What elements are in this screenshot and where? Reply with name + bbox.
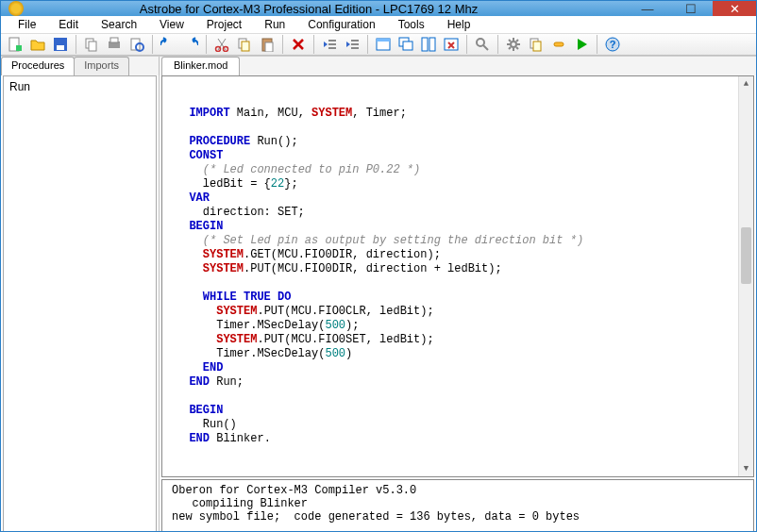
menu-project[interactable]: Project <box>197 16 251 33</box>
code-line: END Run; <box>176 375 753 390</box>
code-line: VAR <box>176 191 753 206</box>
svg-rect-23 <box>377 39 390 42</box>
print-preview-icon[interactable] <box>126 34 147 55</box>
code-line <box>176 276 753 291</box>
outdent-icon[interactable] <box>319 34 340 55</box>
tree-item[interactable]: Run <box>9 80 150 93</box>
open-folder-icon[interactable] <box>27 34 48 55</box>
menu-edit[interactable]: Edit <box>49 16 88 33</box>
scroll-down-icon[interactable]: ▼ <box>739 461 753 476</box>
code-line: SYSTEM.PUT(MCU.FIO0SET, ledBit); <box>176 333 753 347</box>
side-panel: Procedures Imports Run <box>1 57 160 532</box>
code-line: ledBit = {22}; <box>176 177 753 191</box>
save-icon[interactable] <box>50 34 71 55</box>
code-line: IMPORT Main, MCU, SYSTEM, Timer; <box>176 107 753 121</box>
svg-rect-19 <box>351 40 359 42</box>
copy-page-icon[interactable] <box>81 34 102 55</box>
svg-text:?: ? <box>610 39 616 50</box>
undo-icon[interactable] <box>158 34 178 55</box>
menu-view[interactable]: View <box>150 16 193 33</box>
menu-search[interactable]: Search <box>92 16 146 33</box>
svg-rect-7 <box>110 38 118 42</box>
svg-rect-33 <box>554 42 564 46</box>
svg-rect-27 <box>429 38 435 51</box>
svg-rect-18 <box>328 47 336 49</box>
editor-scrollbar[interactable]: ▲ ▼ <box>738 76 753 476</box>
build-icon[interactable] <box>526 34 547 55</box>
svg-point-10 <box>216 47 221 52</box>
procedures-tree[interactable]: Run <box>3 75 157 532</box>
main-area: Procedures Imports Run Blinker.mod IMPOR… <box>1 56 756 532</box>
code-line: SYSTEM.PUT(MCU.FIO0DIR, direction + ledB… <box>176 262 753 276</box>
svg-rect-32 <box>533 42 541 51</box>
code-line: BEGIN <box>176 220 753 234</box>
menu-run[interactable]: Run <box>255 16 294 33</box>
delete-icon[interactable] <box>288 34 309 55</box>
code-line: SYSTEM.PUT(MCU.FIO0CLR, ledBit); <box>176 305 753 319</box>
title-bar: Astrobe for Cortex-M3 Professional Editi… <box>1 1 756 16</box>
svg-rect-1 <box>16 45 22 51</box>
tile-icon[interactable] <box>418 34 439 55</box>
svg-rect-21 <box>351 47 359 49</box>
scroll-up-icon[interactable]: ▲ <box>739 76 753 91</box>
code-line: PROCEDURE Run(); <box>176 135 753 149</box>
svg-rect-13 <box>242 42 249 51</box>
code-editor[interactable]: IMPORT Main, MCU, SYSTEM, Timer; PROCEDU… <box>161 75 754 477</box>
run-icon[interactable] <box>571 34 592 55</box>
cascade-icon[interactable] <box>395 34 416 55</box>
svg-point-11 <box>224 47 228 52</box>
editor-panel: Blinker.mod IMPORT Main, MCU, SYSTEM, Ti… <box>160 57 756 532</box>
copy-icon[interactable] <box>234 34 255 55</box>
maximize-button[interactable]: ☐ <box>669 1 713 16</box>
code-line: END <box>176 361 753 375</box>
gear-icon[interactable] <box>503 34 524 55</box>
close-window-icon[interactable] <box>441 34 462 55</box>
svg-rect-25 <box>403 42 412 50</box>
scroll-thumb[interactable] <box>741 227 751 284</box>
code-line: SYSTEM.GET(MCU.FIO0DIR, direction); <box>176 248 753 262</box>
find-icon[interactable] <box>472 34 493 55</box>
code-line: direction: SET; <box>176 206 753 220</box>
code-line: END Blinker. <box>176 432 753 446</box>
minimize-button[interactable]: — <box>626 1 669 16</box>
svg-rect-3 <box>57 45 64 50</box>
print-icon[interactable] <box>104 34 125 55</box>
window-title: Astrobe for Cortex-M3 Professional Editi… <box>0 2 626 16</box>
code-line: (* Set Led pin as output by setting the … <box>176 234 753 248</box>
code-line: Timer.MSecDelay(500) <box>176 347 753 361</box>
code-line <box>176 390 753 404</box>
cut-icon[interactable] <box>211 34 232 55</box>
code-line: BEGIN <box>176 404 753 418</box>
menu-bar: FileEditSearchViewProjectRunConfiguratio… <box>1 16 756 34</box>
menu-configuration[interactable]: Configuration <box>298 16 384 33</box>
svg-point-29 <box>477 39 484 46</box>
window-icon[interactable] <box>373 34 394 55</box>
close-button[interactable]: ✕ <box>713 1 756 16</box>
svg-point-30 <box>511 42 516 47</box>
code-line <box>176 121 753 135</box>
tab-procedures[interactable]: Procedures <box>1 57 75 75</box>
link-icon[interactable] <box>548 34 569 55</box>
code-line: CONST <box>176 149 753 163</box>
indent-icon[interactable] <box>342 34 362 55</box>
tab-imports[interactable]: Imports <box>74 57 129 75</box>
side-tabs: Procedures Imports <box>1 57 159 75</box>
code-line: (* Led connected to pin P0.22 *) <box>176 163 753 177</box>
code-line: Run() <box>176 418 753 432</box>
menu-file[interactable]: File <box>8 16 45 33</box>
svg-rect-20 <box>351 43 359 45</box>
svg-rect-26 <box>422 38 428 51</box>
svg-rect-16 <box>328 40 336 42</box>
svg-rect-5 <box>89 42 96 51</box>
svg-rect-15 <box>265 42 273 52</box>
menu-help[interactable]: Help <box>438 16 480 33</box>
new-file-icon[interactable] <box>5 34 25 55</box>
toolbar: ? <box>1 34 756 56</box>
svg-rect-17 <box>328 43 336 45</box>
output-panel[interactable]: Oberon for Cortex-M3 Compiler v5.3.0 com… <box>161 479 754 532</box>
paste-icon[interactable] <box>257 34 278 55</box>
menu-tools[interactable]: Tools <box>389 16 434 33</box>
help-icon[interactable]: ? <box>602 34 623 55</box>
redo-icon[interactable] <box>180 34 201 55</box>
file-tab[interactable]: Blinker.mod <box>161 57 240 75</box>
